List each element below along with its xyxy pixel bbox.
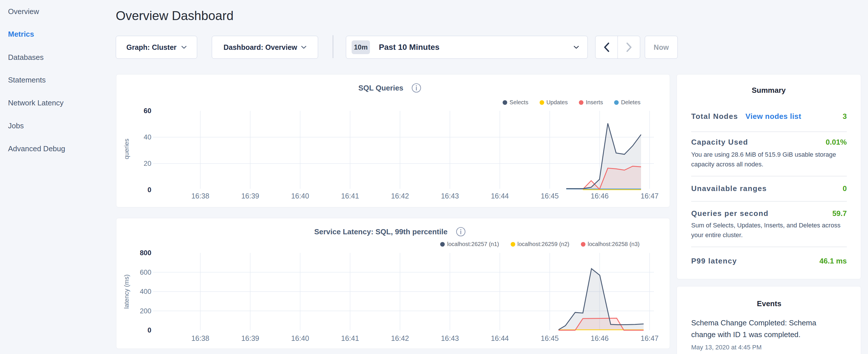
- svg-text:16:40: 16:40: [291, 192, 309, 200]
- svg-text:16:42: 16:42: [391, 192, 409, 200]
- svg-text:16:39: 16:39: [241, 334, 259, 342]
- svg-text:16:47: 16:47: [641, 334, 659, 342]
- svg-text:20: 20: [144, 160, 151, 167]
- svg-text:16:39: 16:39: [241, 192, 259, 200]
- svg-text:400: 400: [140, 288, 151, 295]
- svg-text:latency (ms): latency (ms): [123, 275, 130, 309]
- svg-text:queries: queries: [123, 139, 130, 159]
- svg-text:16:42: 16:42: [391, 334, 409, 342]
- svg-text:16:46: 16:46: [591, 334, 609, 342]
- svg-text:60: 60: [144, 107, 151, 115]
- svg-text:16:43: 16:43: [441, 334, 459, 342]
- svg-text:800: 800: [140, 249, 151, 257]
- svg-text:16:38: 16:38: [191, 334, 210, 342]
- svg-text:40: 40: [144, 133, 151, 141]
- svg-text:16:38: 16:38: [191, 192, 210, 200]
- svg-text:16:46: 16:46: [591, 192, 609, 200]
- svg-text:16:41: 16:41: [341, 192, 359, 200]
- svg-text:0: 0: [148, 326, 151, 334]
- svg-text:16:40: 16:40: [291, 334, 309, 342]
- svg-text:200: 200: [140, 307, 151, 315]
- svg-text:16:44: 16:44: [491, 192, 509, 200]
- svg-text:16:44: 16:44: [491, 334, 509, 342]
- svg-text:16:45: 16:45: [541, 192, 559, 200]
- svg-text:16:45: 16:45: [541, 334, 559, 342]
- svg-text:16:47: 16:47: [641, 192, 659, 200]
- svg-text:16:41: 16:41: [341, 334, 359, 342]
- svg-text:16:43: 16:43: [441, 192, 459, 200]
- svg-text:0: 0: [148, 186, 151, 194]
- svg-text:600: 600: [140, 268, 151, 276]
